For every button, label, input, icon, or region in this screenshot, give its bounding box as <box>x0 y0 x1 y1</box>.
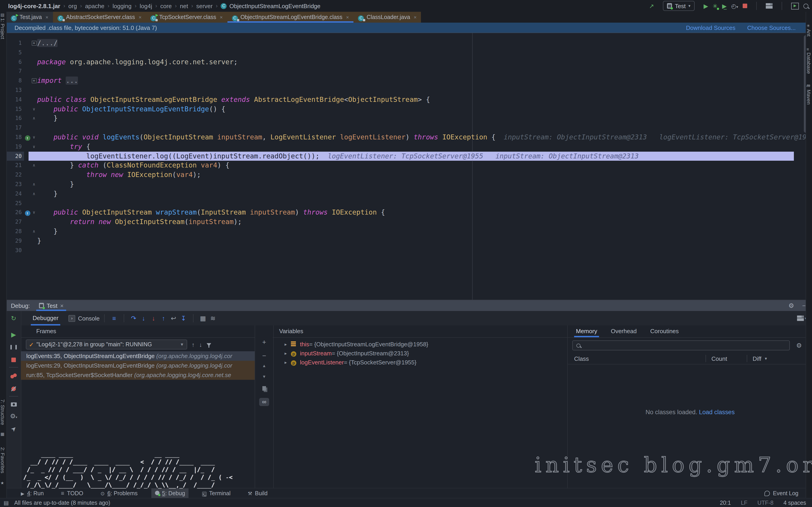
run-config-selector[interactable]: Test ▾ <box>663 1 695 11</box>
debug-session-tab[interactable]: Test × <box>36 300 66 311</box>
memory-tab[interactable]: Overhead <box>611 326 637 337</box>
toolwindow-button-terminal[interactable]: ›_Terminal <box>199 489 234 498</box>
toolwindow-layout-icon[interactable] <box>766 3 773 9</box>
frame-row[interactable]: logEvents:29, ObjectInputStreamLogEventB… <box>21 361 255 370</box>
toolwindow-button-run[interactable]: ▶4: Run <box>17 489 47 498</box>
editor-tab[interactable]: C▶Test.java× <box>6 12 53 23</box>
close-icon[interactable]: × <box>46 14 48 20</box>
search-everywhere-icon[interactable] <box>803 3 808 8</box>
toolwindow-button-debug[interactable]: 5: Debug <box>151 489 189 498</box>
stop-button[interactable] <box>743 4 747 8</box>
stripe-project[interactable]: 1: Project <box>0 18 5 39</box>
update-project-icon[interactable]: ↗ <box>649 2 654 9</box>
stripe-structure[interactable]: 7: Structure <box>0 399 5 425</box>
fold-start-icon[interactable]: ∨ <box>33 135 35 139</box>
breadcrumb-item[interactable]: log4j <box>140 2 152 9</box>
column-count[interactable]: Count <box>706 355 747 362</box>
run-anything-icon[interactable]: ▶ <box>791 2 799 9</box>
toolwindow-button-todo[interactable]: ≡TODO <box>57 489 87 498</box>
editor-tab[interactable]: CObjectInputStreamLogEventBridge.class× <box>227 12 353 23</box>
stripe-database[interactable]: Database <box>806 53 812 74</box>
stripe-maven[interactable]: Maven <box>806 90 812 105</box>
remove-icon[interactable]: − <box>255 352 273 359</box>
fold-end-icon[interactable]: ∧ <box>33 163 35 168</box>
run-to-cursor-icon[interactable]: ↧ <box>179 315 189 322</box>
expand-chevron-icon[interactable]: ▸ <box>285 360 291 364</box>
memory-search-input[interactable] <box>572 340 790 350</box>
breadcrumb-item[interactable]: org <box>68 2 77 9</box>
load-classes-link[interactable]: Load classes <box>699 409 735 415</box>
pin-tab-icon[interactable]: ➤ <box>6 421 21 436</box>
breadcrumb-leaf[interactable]: ObjectInputStreamLogEventBridge <box>230 2 320 9</box>
memory-tab[interactable]: Coroutines <box>650 326 679 337</box>
override-marker-icon[interactable]: ↑ <box>25 211 30 216</box>
breadcrumb-item[interactable]: core <box>160 2 172 9</box>
line-ending[interactable]: LF <box>741 500 748 506</box>
resume-icon[interactable]: ▶ <box>6 331 21 338</box>
editor-tab[interactable]: C▶TcpSocketServer.class× <box>146 12 227 23</box>
breadcrumb[interactable]: log4j-core-2.8.1.jar›org›apache›logging›… <box>0 2 320 9</box>
copy-stack-icon[interactable] <box>255 385 273 392</box>
fold-end-icon[interactable]: ∧ <box>33 229 35 234</box>
expand-chevron-icon[interactable]: ▸ <box>285 351 291 355</box>
variable-row[interactable]: ▸this = {ObjectInputStreamLogEventBridge… <box>273 340 567 349</box>
hide-frames-filter-icon[interactable] <box>207 343 211 346</box>
move-down-icon[interactable]: ▼ <box>255 374 273 379</box>
hide-toolwindow-icon[interactable]: − <box>802 302 806 309</box>
close-icon[interactable]: × <box>220 14 223 20</box>
column-diff[interactable]: Diff▼ <box>747 355 768 362</box>
threads-view-icon[interactable]: ≡ <box>109 315 119 322</box>
move-up-icon[interactable]: ▲ <box>255 363 273 368</box>
close-icon[interactable]: × <box>60 302 64 309</box>
fold-end-icon[interactable]: ∧ <box>33 191 35 196</box>
close-icon[interactable]: × <box>346 14 349 20</box>
memory-settings-gear-icon[interactable]: ⚙ <box>796 342 802 349</box>
toolwindow-button-build[interactable]: ⚒Build <box>244 489 271 498</box>
indent-style[interactable]: 4 spaces <box>783 500 806 506</box>
event-log-button[interactable]: Event Log <box>764 490 812 497</box>
frame-row[interactable]: logEvents:35, ObjectInputStreamLogEventB… <box>21 351 255 361</box>
breadcrumb-item[interactable]: server <box>196 2 212 9</box>
tab-debugger[interactable]: Debugger <box>31 311 60 326</box>
force-step-into-icon[interactable]: ↓ <box>149 315 159 322</box>
stripe-ant[interactable]: Ant <box>806 29 812 37</box>
variable-row[interactable]: ▸plogEventListener = {TcpSocketServer@19… <box>273 357 567 367</box>
breadcrumb-item[interactable]: net <box>180 2 188 9</box>
rerun-icon[interactable]: ↻ <box>6 315 21 322</box>
profiler-button[interactable]: ◴▾ <box>731 2 738 9</box>
step-over-icon[interactable]: ↷ <box>129 315 139 322</box>
restore-layout-icon[interactable] <box>797 316 804 321</box>
drop-frame-icon[interactable]: ↩ <box>168 315 179 322</box>
tab-console[interactable]: › Console <box>68 315 99 322</box>
fold-end-icon[interactable]: ∧ <box>33 116 35 121</box>
view-breakpoints-icon[interactable] <box>6 373 21 380</box>
settings-gear-icon[interactable]: ⚙ <box>789 302 794 309</box>
file-encoding[interactable]: UTF-8 <box>757 500 773 506</box>
pause-icon[interactable] <box>6 344 21 351</box>
close-icon[interactable]: × <box>139 14 142 20</box>
next-frame-icon[interactable]: ↓ <box>199 341 202 348</box>
variable-row[interactable]: ▸pinputStream = {ObjectInputStream@2313} <box>273 349 567 357</box>
breadcrumb-root[interactable]: log4j-core-2.8.1.jar <box>8 2 60 9</box>
thread-selector[interactable]: ✓ "Log4j2-1"@2,278 in group "main": RUNN… <box>26 340 187 349</box>
toolwindow-button-problems[interactable]: ⊙6: Problems <box>97 489 141 498</box>
trace-settings-icon[interactable]: ≋ <box>208 315 218 322</box>
fold-start-icon[interactable]: ∨ <box>33 107 35 111</box>
choose-sources-link[interactable]: Choose Sources... <box>747 24 796 31</box>
prev-frame-icon[interactable]: ↑ <box>192 341 195 348</box>
debug-settings-gear-icon[interactable]: ⚙▾ <box>6 412 21 419</box>
caret-position[interactable]: 20:1 <box>720 500 731 506</box>
show-watches-icon[interactable]: ∞ <box>259 398 269 406</box>
breadcrumb-item[interactable]: logging <box>113 2 132 9</box>
expand-chevron-icon[interactable]: ▸ <box>285 342 291 346</box>
fold-expand-icon[interactable]: + <box>32 41 37 46</box>
editor-tab[interactable]: CAbstractSocketServer.class× <box>53 12 146 23</box>
column-class[interactable]: Class <box>568 355 706 362</box>
thread-dump-camera-icon[interactable] <box>6 401 21 408</box>
evaluate-expression-icon[interactable]: ▦ <box>198 315 208 322</box>
breadcrumb-item[interactable]: apache <box>85 2 104 9</box>
frame-row[interactable]: run:85, TcpSocketServer$SocketHandler (o… <box>21 370 255 380</box>
code-editor[interactable]: 1+/.../56package org.apache.logging.log4… <box>0 33 812 300</box>
editor-tab[interactable]: CClassLoader.java× <box>353 12 421 23</box>
toolwindow-toggle-icon[interactable]: ▤ <box>4 500 9 506</box>
